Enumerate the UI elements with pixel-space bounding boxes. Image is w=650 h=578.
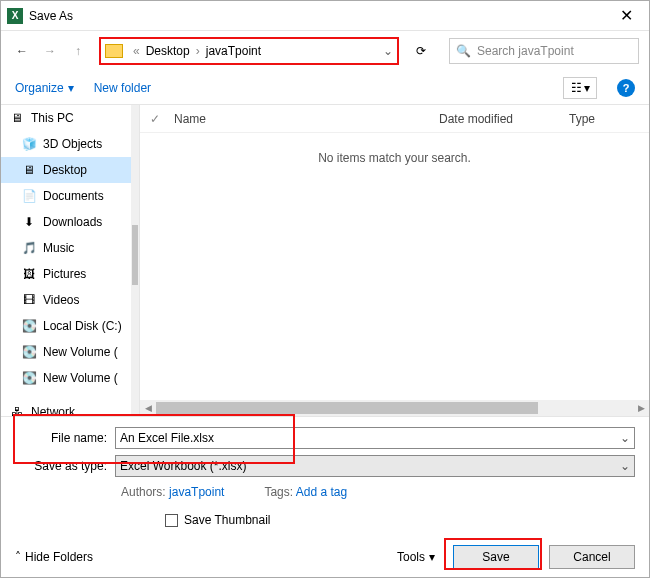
caret-down-icon: ▾ (429, 550, 435, 564)
bottom-panel: File name: An Excel File.xlsx ⌄ Save as … (1, 416, 649, 577)
scroll-left-icon[interactable]: ◀ (140, 403, 156, 413)
horizontal-scrollbar[interactable]: ◀ ▶ (140, 400, 649, 416)
search-icon: 🔍 (456, 44, 471, 58)
savetype-dropdown[interactable]: Excel Workbook (*.xlsx) ⌄ (115, 455, 635, 477)
sidebar-item-label: Pictures (43, 267, 86, 281)
sidebar-scrollbar[interactable] (131, 105, 139, 416)
folder-type-icon: 🖼 (21, 266, 37, 282)
caret-down-icon: ▾ (584, 81, 590, 95)
titlebar: X Save As ✕ (1, 1, 649, 31)
sidebar-item-label: New Volume ( (43, 371, 118, 385)
sidebar-item-label: Downloads (43, 215, 102, 229)
tags-value[interactable]: Add a tag (296, 485, 347, 499)
scroll-right-icon[interactable]: ▶ (633, 403, 649, 413)
nav-forward-button: → (39, 40, 61, 62)
nav-back-button[interactable]: ← (11, 40, 33, 62)
folder-type-icon: ⬇ (21, 214, 37, 230)
nav-row: ← → ↑ « Desktop › javaTpoint ⌄ ⟳ 🔍 Searc… (1, 31, 649, 71)
chevron-up-icon: ˄ (15, 550, 21, 564)
chevron-right-icon: › (192, 44, 204, 58)
save-thumbnail-checkbox[interactable] (165, 514, 178, 527)
metadata-row: Authors: javaTpoint Tags: Add a tag (75, 485, 635, 499)
sidebar-item-network[interactable]: 🖧 Network (1, 399, 131, 416)
sidebar-item[interactable]: 📄Documents (1, 183, 131, 209)
folder-type-icon: 💽 (21, 344, 37, 360)
excel-app-icon: X (7, 8, 23, 24)
new-folder-button[interactable]: New folder (94, 81, 151, 95)
breadcrumb-bar[interactable]: « Desktop › javaTpoint ⌄ (99, 37, 399, 65)
sidebar-item-label: New Volume ( (43, 345, 118, 359)
button-row: ˄ Hide Folders Tools ▾ Save Cancel (15, 545, 635, 569)
search-input[interactable]: 🔍 Search javaTpoint (449, 38, 639, 64)
sidebar-item[interactable]: 💽New Volume ( (1, 365, 131, 391)
folder-icon (105, 44, 123, 58)
breadcrumb-seg-javatpoint[interactable]: javaTpoint (204, 44, 263, 58)
save-button[interactable]: Save (453, 545, 539, 569)
save-thumbnail-row: Save Thumbnail (15, 513, 635, 527)
caret-down-icon: ▾ (68, 81, 74, 95)
breadcrumb-overflow[interactable]: « (129, 44, 144, 58)
sidebar-item[interactable]: 🧊3D Objects (1, 131, 131, 157)
breadcrumb-dropdown[interactable]: ⌄ (383, 44, 393, 58)
save-thumbnail-label: Save Thumbnail (184, 513, 271, 527)
sidebar-item-label: Local Disk (C:) (43, 319, 122, 333)
authors-label: Authors: (121, 485, 166, 499)
column-date[interactable]: Date modified (439, 112, 569, 126)
search-placeholder: Search javaTpoint (477, 44, 574, 58)
folder-type-icon: 🧊 (21, 136, 37, 152)
help-button[interactable]: ? (617, 79, 635, 97)
sidebar-item-this-pc[interactable]: 🖥 This PC (1, 105, 131, 131)
empty-results-message: No items match your search. (140, 133, 649, 400)
view-mode-button[interactable]: ☷▾ (563, 77, 597, 99)
savetype-label: Save as type: (15, 459, 115, 473)
breadcrumb-seg-desktop[interactable]: Desktop (144, 44, 192, 58)
sidebar-item[interactable]: 💽Local Disk (C:) (1, 313, 131, 339)
filename-input[interactable]: An Excel File.xlsx ⌄ (115, 427, 635, 449)
column-name[interactable]: Name (170, 112, 439, 126)
folder-type-icon: 📄 (21, 188, 37, 204)
tags-label: Tags: (264, 485, 293, 499)
tools-menu[interactable]: Tools ▾ (397, 550, 435, 564)
sidebar-item[interactable]: 🖥Desktop (1, 157, 131, 183)
filename-label: File name: (15, 431, 115, 445)
organize-menu[interactable]: Organize▾ (15, 81, 74, 95)
sidebar-item[interactable]: 🎞Videos (1, 287, 131, 313)
folder-type-icon: 💽 (21, 318, 37, 334)
dropdown-icon[interactable]: ⌄ (620, 431, 630, 445)
column-headers: ✓ Name Date modified Type (140, 105, 649, 133)
folder-type-icon: 🖥 (21, 162, 37, 178)
sidebar-item[interactable]: 🎵Music (1, 235, 131, 261)
sidebar: 🖥 This PC 🧊3D Objects🖥Desktop📄Documents⬇… (1, 105, 139, 416)
column-type[interactable]: Type (569, 112, 649, 126)
pc-icon: 🖥 (9, 110, 25, 126)
folder-type-icon: 🎞 (21, 292, 37, 308)
view-icon: ☷ (571, 81, 582, 95)
sidebar-item[interactable]: ⬇Downloads (1, 209, 131, 235)
toolbar: Organize▾ New folder ☷▾ ? (1, 71, 649, 105)
scrollbar-thumb[interactable] (132, 225, 138, 285)
sidebar-item-label: Desktop (43, 163, 87, 177)
refresh-button[interactable]: ⟳ (409, 39, 433, 63)
folder-type-icon: 🎵 (21, 240, 37, 256)
sidebar-item[interactable]: 🖼Pictures (1, 261, 131, 287)
column-checkbox[interactable]: ✓ (140, 112, 170, 126)
save-as-dialog: X Save As ✕ ← → ↑ « Desktop › javaTpoint… (0, 0, 650, 578)
network-icon: 🖧 (9, 404, 25, 416)
sidebar-item-label: Music (43, 241, 74, 255)
sidebar-item-label: 3D Objects (43, 137, 102, 151)
authors-value[interactable]: javaTpoint (169, 485, 224, 499)
hide-folders-toggle[interactable]: ˄ Hide Folders (15, 550, 93, 564)
cancel-button[interactable]: Cancel (549, 545, 635, 569)
sidebar-item-label: Videos (43, 293, 79, 307)
scrollbar-thumb[interactable] (156, 402, 538, 414)
dropdown-icon[interactable]: ⌄ (620, 459, 630, 473)
dialog-body: 🖥 This PC 🧊3D Objects🖥Desktop📄Documents⬇… (1, 105, 649, 416)
sidebar-item[interactable]: 💽New Volume ( (1, 339, 131, 365)
window-title: Save As (29, 9, 73, 23)
file-list-pane: ✓ Name Date modified Type No items match… (139, 105, 649, 416)
folder-type-icon: 💽 (21, 370, 37, 386)
nav-up-button[interactable]: ↑ (67, 40, 89, 62)
close-button[interactable]: ✕ (604, 1, 649, 31)
sidebar-item-label: Documents (43, 189, 104, 203)
